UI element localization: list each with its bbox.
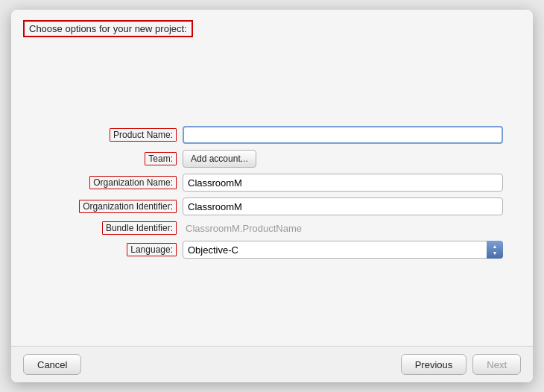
team-field-cell: Add account... (183, 150, 503, 168)
language-select-wrapper: Objective-C Swift (183, 241, 503, 259)
org-id-row: Organization Identifier: (41, 197, 503, 215)
org-name-label: Organization Name: (89, 176, 177, 189)
team-label-cell: Team: (41, 152, 183, 165)
add-account-button[interactable]: Add account... (183, 150, 256, 168)
language-label-cell: Language: (41, 243, 183, 256)
org-id-label-cell: Organization Identifier: (41, 200, 183, 213)
bundle-id-label-cell: Bundle Identifier: (41, 221, 183, 235)
org-name-input[interactable] (183, 174, 503, 192)
bundle-id-label: Bundle Identifier: (102, 221, 177, 235)
new-project-dialog: Choose options for your new project: Pro… (11, 10, 533, 382)
dialog-body: Product Name: Team: Add account... Organ… (11, 45, 533, 346)
next-button[interactable]: Next (472, 354, 521, 375)
org-id-field-cell (183, 197, 503, 215)
org-id-label: Organization Identifier: (79, 200, 177, 213)
product-name-field-cell (183, 126, 503, 144)
previous-button[interactable]: Previous (401, 354, 467, 375)
bundle-id-value: ClassroomM.ProductName (183, 223, 302, 234)
bundle-id-field-cell: ClassroomM.ProductName (183, 223, 503, 234)
product-name-input[interactable] (183, 126, 503, 144)
org-name-label-cell: Organization Name: (41, 176, 183, 189)
product-name-label-cell: Product Name: (41, 128, 183, 142)
dialog-header: Choose options for your new project: (11, 10, 533, 45)
language-row: Language: Objective-C Swift (41, 241, 503, 259)
product-name-row: Product Name: (41, 126, 503, 144)
language-field-cell: Objective-C Swift (183, 241, 503, 259)
product-name-label: Product Name: (110, 128, 177, 142)
bundle-id-row: Bundle Identifier: ClassroomM.ProductNam… (41, 221, 503, 235)
dialog-title: Choose options for your new project: (23, 20, 193, 37)
cancel-button[interactable]: Cancel (23, 354, 81, 375)
dialog-footer: Cancel Previous Next (11, 346, 533, 382)
team-label: Team: (145, 152, 177, 165)
footer-left: Cancel (23, 354, 81, 375)
org-id-input[interactable] (183, 197, 503, 215)
language-label: Language: (127, 243, 177, 256)
footer-right: Previous Next (401, 354, 521, 375)
language-select[interactable]: Objective-C Swift (183, 241, 503, 259)
org-name-field-cell (183, 174, 503, 192)
team-row: Team: Add account... (41, 150, 503, 168)
org-name-row: Organization Name: (41, 174, 503, 192)
